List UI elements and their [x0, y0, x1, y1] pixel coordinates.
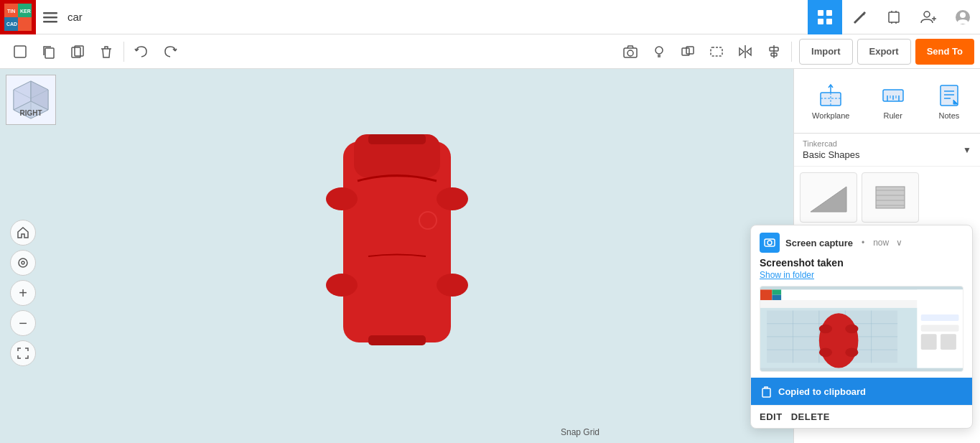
svg-rect-33 — [711, 47, 722, 56]
svg-rect-103 — [772, 289, 781, 294]
shapes-category: Basic Shapes — [803, 149, 860, 160]
zoom-in-button[interactable]: + — [10, 280, 36, 306]
code-editor-button[interactable] — [842, 0, 877, 34]
svg-rect-9 — [43, 21, 57, 23]
notification-popup: Screen capture • now ∨ Screenshot taken … — [750, 225, 973, 429]
hole-button[interactable] — [702, 37, 731, 66]
svg-rect-12 — [818, 19, 823, 24]
notes-tool[interactable]: Notes — [930, 78, 968, 124]
shapes-dropdown[interactable]: ▼ — [963, 145, 971, 155]
svg-marker-73 — [811, 187, 846, 212]
new-button[interactable] — [6, 37, 34, 66]
lighting-button[interactable] — [645, 37, 673, 66]
clipboard-text: Copied to clipboard — [778, 386, 866, 397]
notif-actions: EDIT DELETE — [751, 405, 972, 428]
notif-edit-button[interactable]: EDIT — [760, 411, 783, 422]
shape-item-1[interactable] — [800, 172, 857, 223]
shapes-grid — [794, 167, 980, 228]
toolbar: Import Export Send To — [0, 34, 980, 69]
svg-rect-25 — [45, 48, 54, 58]
svg-rect-13 — [826, 19, 832, 24]
svg-rect-101 — [941, 334, 956, 350]
fit-view-button[interactable] — [10, 250, 36, 276]
ruler-label: Ruler — [884, 111, 902, 120]
svg-text:CAD: CAD — [6, 22, 17, 27]
svg-point-23 — [960, 12, 966, 18]
send-to-button[interactable]: Send To — [915, 39, 974, 65]
right-tools: Workplane Ruler — [794, 69, 980, 134]
notif-delete-button[interactable]: DELETE — [791, 411, 830, 422]
svg-rect-3 — [18, 17, 32, 31]
export-button[interactable]: Export — [857, 39, 911, 65]
view-cube-face[interactable]: RIGHT — [6, 75, 56, 125]
view-cube[interactable]: RIGHT — [6, 75, 60, 129]
import-button[interactable]: Import — [799, 39, 852, 65]
user-avatar[interactable] — [946, 0, 980, 34]
svg-rect-58 — [368, 335, 426, 345]
clipboard-icon — [760, 385, 773, 398]
notif-preview-img — [760, 286, 963, 371]
svg-point-95 — [845, 325, 858, 334]
copy-button[interactable] — [34, 37, 63, 66]
zoom-to-fit-button[interactable] — [10, 340, 36, 366]
menu-icon[interactable] — [36, 0, 65, 34]
svg-point-94 — [819, 325, 832, 334]
topbar-right — [808, 0, 980, 34]
zoom-out-button[interactable]: − — [10, 310, 36, 336]
mirror-button[interactable] — [731, 37, 760, 66]
svg-rect-98 — [921, 314, 959, 321]
tinkercad-logo[interactable]: TIN KER CAD — [0, 0, 36, 34]
svg-text:TIN: TIN — [7, 9, 15, 14]
notif-clipboard-bar: Copied to clipboard — [751, 378, 972, 405]
notif-time: now — [873, 238, 889, 248]
notif-expand-button[interactable]: ∨ — [896, 238, 902, 248]
ruler-tool[interactable]: Ruler — [874, 78, 912, 124]
svg-point-93 — [819, 313, 859, 368]
snap-grid-label: Snap Grid — [561, 427, 599, 437]
workplane-tool[interactable]: Workplane — [806, 78, 855, 124]
svg-point-96 — [819, 348, 832, 357]
svg-rect-10 — [818, 10, 823, 16]
svg-rect-104 — [772, 295, 781, 300]
notif-separator: • — [862, 238, 864, 248]
shapes-header: Tinkercad Basic Shapes ▼ — [794, 134, 980, 167]
shape-item-2[interactable] — [862, 172, 919, 223]
svg-text:KER: KER — [20, 9, 31, 14]
svg-point-54 — [326, 274, 358, 297]
delete-button[interactable] — [92, 37, 121, 66]
redo-button[interactable] — [156, 37, 185, 66]
notif-icon — [760, 233, 780, 253]
viewport[interactable]: RIGHT + − — [0, 69, 793, 443]
car-model — [322, 113, 472, 371]
align-button[interactable] — [760, 37, 788, 66]
notif-preview — [760, 286, 963, 372]
notif-show-folder[interactable]: Show in folder — [751, 270, 972, 286]
svg-point-80 — [767, 241, 772, 245]
camera-button[interactable] — [616, 37, 645, 66]
left-nav: + − — [10, 162, 36, 366]
circuit-editor-button[interactable] — [877, 0, 911, 34]
svg-rect-57 — [368, 134, 426, 144]
grid-view-button[interactable] — [808, 0, 842, 34]
topbar: TIN KER CAD car — [0, 0, 980, 34]
svg-point-47 — [22, 261, 24, 264]
add-user-button[interactable] — [911, 0, 946, 34]
svg-point-46 — [19, 258, 27, 267]
svg-rect-11 — [826, 10, 832, 16]
svg-point-97 — [845, 348, 858, 357]
svg-rect-8 — [43, 17, 57, 19]
workplane-label: Workplane — [812, 111, 849, 120]
svg-rect-105 — [762, 388, 770, 397]
shape-ops-button[interactable] — [673, 37, 702, 66]
svg-rect-7 — [43, 12, 57, 14]
duplicate-button[interactable] — [63, 37, 92, 66]
svg-rect-14 — [889, 12, 899, 22]
separator-2 — [791, 42, 792, 62]
notes-label: Notes — [939, 111, 960, 120]
svg-rect-99 — [921, 325, 959, 332]
home-view-button[interactable] — [10, 220, 36, 246]
project-title[interactable]: car — [67, 11, 83, 23]
separator-1 — [123, 42, 124, 62]
undo-button[interactable] — [127, 37, 156, 66]
svg-point-53 — [437, 187, 468, 210]
